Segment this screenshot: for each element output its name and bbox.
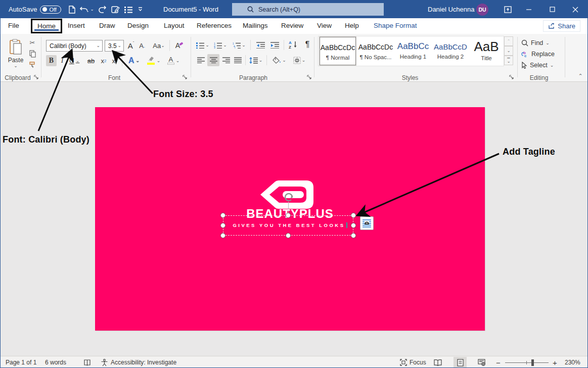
autosave-pill[interactable]: Off bbox=[40, 6, 61, 14]
style-heading-1[interactable]: AaBbCc Heading 1 bbox=[395, 37, 431, 65]
copy-button[interactable] bbox=[27, 49, 38, 58]
search-bar[interactable] bbox=[232, 3, 384, 16]
zoom-slider-track[interactable] bbox=[505, 362, 549, 363]
change-case-button[interactable]: Aa⌄ bbox=[151, 40, 166, 51]
search-input[interactable] bbox=[258, 6, 359, 13]
selection-handle-bottom-right[interactable] bbox=[351, 233, 356, 238]
rotate-handle-icon[interactable] bbox=[283, 191, 295, 203]
text-effects-button[interactable]: A⌄ bbox=[126, 55, 142, 66]
font-size-combo[interactable]: 3.5⌄ bbox=[105, 40, 124, 52]
shrink-font-button[interactable]: Aˇ bbox=[137, 40, 147, 51]
autosave-toggle[interactable]: AutoSave Off bbox=[9, 1, 61, 18]
sort-button[interactable]: AZ bbox=[287, 39, 301, 50]
selection-handle-top-center[interactable] bbox=[286, 213, 291, 218]
font-color-button[interactable]: A ⌄ bbox=[165, 55, 182, 66]
underline-button[interactable]: U⌄ bbox=[67, 55, 81, 66]
decrease-indent-button[interactable] bbox=[254, 40, 266, 50]
align-center-button[interactable] bbox=[207, 54, 219, 66]
selection-handle-mid-left[interactable] bbox=[220, 223, 225, 228]
word-count[interactable]: 6 words bbox=[45, 356, 66, 368]
collapse-ribbon-icon[interactable]: ⌃ bbox=[576, 72, 585, 79]
styles-scroll-up-icon[interactable]: ⌃ bbox=[504, 36, 513, 46]
style-no-spacing[interactable]: AaBbCcDc ¶ No Spac... bbox=[357, 37, 394, 65]
style-normal[interactable]: AaBbCcDc ¶ Normal bbox=[320, 37, 356, 65]
borders-button[interactable]: ⌄ bbox=[291, 55, 308, 65]
style-title[interactable]: AaB Title bbox=[470, 37, 503, 65]
selection-handle-bottom-left[interactable] bbox=[220, 233, 225, 238]
style-heading-2[interactable]: AaBbCcD Heading 2 bbox=[432, 37, 469, 65]
strikethrough-button[interactable]: ab bbox=[85, 55, 97, 66]
zoom-level[interactable]: 230% bbox=[565, 356, 580, 368]
clipboard-dialog-launcher[interactable] bbox=[34, 75, 39, 80]
tab-review[interactable]: Review bbox=[280, 18, 305, 33]
italic-button[interactable]: I bbox=[58, 55, 66, 66]
zoom-in-button[interactable]: + bbox=[553, 356, 557, 368]
tab-references[interactable]: References bbox=[195, 18, 233, 33]
ribbon-display-options-icon[interactable] bbox=[499, 1, 516, 18]
minimize-button[interactable] bbox=[520, 1, 537, 18]
page-indicator[interactable]: Page 1 of 1 bbox=[6, 356, 36, 368]
tab-layout[interactable]: Layout bbox=[162, 18, 186, 33]
numbering-button[interactable]: 123⌄ bbox=[213, 40, 228, 50]
tab-draw[interactable]: Draw bbox=[98, 18, 117, 33]
format-painter-button[interactable] bbox=[27, 60, 38, 69]
select-button[interactable]: Select⌄ bbox=[521, 60, 554, 70]
superscript-button[interactable]: x2 bbox=[110, 55, 120, 66]
shading-button[interactable]: ⌄ bbox=[270, 55, 288, 65]
tab-file[interactable]: File bbox=[7, 18, 21, 33]
avatar[interactable]: DU bbox=[476, 4, 488, 16]
save-pen-icon[interactable] bbox=[109, 1, 122, 18]
selection-handle-bottom-center[interactable] bbox=[286, 233, 291, 238]
new-document-icon[interactable] bbox=[65, 1, 78, 18]
styles-dialog-launcher[interactable] bbox=[509, 75, 515, 80]
accessibility-status[interactable]: Accessibility: Investigate bbox=[101, 356, 176, 368]
styles-scroll-down-icon[interactable]: ⌄ bbox=[504, 46, 513, 56]
highlight-color-button[interactable]: ⌄ bbox=[145, 55, 162, 66]
redo-button[interactable] bbox=[96, 1, 109, 18]
selection-handle-top-right[interactable] bbox=[351, 213, 356, 218]
replace-button[interactable]: bc Replace bbox=[521, 49, 555, 59]
tab-design[interactable]: Design bbox=[126, 18, 150, 33]
tab-home[interactable]: Home bbox=[31, 19, 62, 33]
proofing-status-icon[interactable] bbox=[83, 356, 91, 368]
close-button[interactable] bbox=[567, 1, 584, 18]
line-spacing-button[interactable]: ⌄ bbox=[248, 55, 263, 65]
slide-canvas[interactable]: BEAUTYPLUS GIVES YOU THE BEST LOOKS bbox=[95, 107, 485, 331]
maximize-button[interactable] bbox=[544, 1, 561, 18]
focus-button[interactable]: Focus bbox=[400, 356, 426, 368]
layout-options-button[interactable] bbox=[360, 216, 374, 230]
align-left-button[interactable] bbox=[196, 55, 206, 65]
tab-help[interactable]: Help bbox=[343, 18, 360, 33]
font-name-combo[interactable]: Calibri (Body)⌄ bbox=[46, 40, 103, 52]
tab-shape-format[interactable]: Shape Format bbox=[372, 18, 419, 33]
bullet-list-icon[interactable] bbox=[122, 1, 135, 18]
grow-font-button[interactable]: Aˆ bbox=[126, 40, 136, 51]
web-layout-icon[interactable] bbox=[475, 357, 488, 368]
selection-handle-top-left[interactable] bbox=[220, 213, 225, 218]
zoom-slider-thumb[interactable] bbox=[531, 359, 534, 366]
bullets-button[interactable]: ⌄ bbox=[196, 40, 210, 50]
font-dialog-launcher[interactable] bbox=[183, 75, 188, 80]
read-mode-icon[interactable] bbox=[431, 357, 444, 368]
tab-insert[interactable]: Insert bbox=[66, 18, 86, 33]
tab-view[interactable]: View bbox=[315, 18, 333, 33]
clear-formatting-button[interactable]: A bbox=[173, 40, 186, 51]
subscript-button[interactable]: x2 bbox=[99, 55, 109, 66]
qat-customize-chevron-icon[interactable] bbox=[135, 1, 145, 18]
justify-button[interactable] bbox=[233, 55, 243, 65]
show-formatting-marks-button[interactable]: ¶ bbox=[303, 39, 312, 50]
share-button[interactable]: Share bbox=[543, 20, 580, 32]
print-layout-icon[interactable] bbox=[454, 357, 467, 368]
find-button[interactable]: Find⌄ bbox=[521, 38, 550, 48]
user-name[interactable]: Daniel Uchenna bbox=[428, 1, 475, 18]
undo-button[interactable]: ⌄ bbox=[78, 1, 96, 18]
zoom-out-button[interactable]: − bbox=[496, 356, 501, 368]
textbox-selection[interactable] bbox=[223, 215, 353, 236]
tab-mailings[interactable]: Mailings bbox=[241, 18, 269, 33]
increase-indent-button[interactable] bbox=[268, 40, 281, 50]
align-right-button[interactable] bbox=[221, 55, 231, 65]
multilevel-list-button[interactable]: 1ai⌄ bbox=[231, 40, 247, 50]
bold-button[interactable]: B bbox=[46, 55, 57, 66]
styles-more-icon[interactable]: ▔⌄ bbox=[504, 56, 513, 65]
cut-button[interactable]: ✂ bbox=[27, 38, 38, 47]
